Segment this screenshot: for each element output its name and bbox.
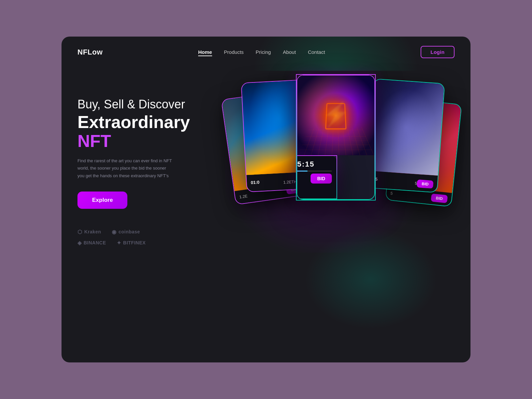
progress-front	[297, 171, 332, 172]
card-front-row: 1.2ETH BID	[297, 174, 332, 184]
logo: NFLow	[77, 48, 103, 57]
progress-fill-front	[297, 171, 308, 172]
nav-item-pricing[interactable]: Pricing	[256, 49, 271, 55]
nav-links: Home Products Pricing About Contact	[198, 49, 325, 55]
front-timer: 01:05:15	[297, 160, 332, 169]
app-window: NFLow Home Products Pricing About Contac…	[62, 37, 470, 362]
kraken-label: Kraken	[84, 229, 101, 234]
nav-item-contact[interactable]: Contact	[308, 49, 325, 55]
bitfinex-icon: ✦	[117, 240, 121, 246]
partner-row-2: ◈ BINANCE ✦ BITFINEX	[77, 240, 217, 246]
bid-button-mid-right[interactable]: BID	[417, 180, 434, 189]
kraken-icon: ⬡	[77, 229, 82, 235]
nav-item-products[interactable]: Products	[224, 49, 244, 55]
nav-link-about[interactable]: About	[283, 49, 296, 55]
card-image-mid-right	[368, 79, 444, 176]
main-content: Buy, Sell & Discover Extraordinary NFT F…	[62, 67, 470, 362]
nft-card-mid-right: :15 5 BID	[366, 78, 445, 193]
card-front-bottom: 01:05:15 1.2ETH BID	[297, 155, 337, 199]
hero-description: Find the rarest of the art you can ever …	[77, 157, 174, 179]
explore-button[interactable]: Explore	[77, 192, 127, 209]
hero-subtitle: Buy, Sell & Discover	[77, 97, 217, 111]
hero-title: Extraordinary NFT	[77, 113, 217, 151]
nft-card-front: 01:05:15 1.2ETH BID	[296, 74, 376, 200]
partner-kraken: ⬡ Kraken	[77, 229, 101, 235]
nav-link-contact[interactable]: Contact	[308, 49, 325, 55]
card-image-front	[297, 75, 374, 155]
hero-section: Buy, Sell & Discover Extraordinary NFT F…	[77, 77, 217, 246]
nav-item-home[interactable]: Home	[198, 49, 212, 55]
price-mid-left: 1.2ETH	[283, 179, 297, 185]
nav-item-about[interactable]: About	[283, 49, 296, 55]
partners-section: ⬡ Kraken ◉ coinbase ◈ BINANCE ✦	[77, 229, 217, 246]
card-front-inner: 01:05:15 1.2ETH BID	[297, 75, 375, 200]
binance-label: BINANCE	[84, 240, 106, 245]
nav-link-products[interactable]: Products	[224, 49, 244, 55]
timer-mid-left: 01:0	[251, 180, 260, 185]
bitfinex-label: BITFINEX	[123, 240, 146, 245]
nav-link-home[interactable]: Home	[198, 49, 212, 56]
card-price-back-right: 5	[390, 191, 393, 196]
partner-binance: ◈ BINANCE	[77, 240, 106, 246]
coinbase-icon: ◉	[112, 229, 117, 235]
hero-title-accent: NFT	[77, 131, 111, 151]
card-price-back-left: 1.2E	[239, 194, 248, 199]
nav-link-pricing[interactable]: Pricing	[256, 49, 271, 55]
login-button[interactable]: Login	[421, 46, 455, 58]
partner-bitfinex: ✦ BITFINEX	[117, 240, 146, 246]
hero-title-main: Extraordinary	[77, 112, 190, 132]
coinbase-label: coinbase	[118, 229, 140, 234]
partner-row-1: ⬡ Kraken ◉ coinbase	[77, 229, 217, 235]
bid-button-front[interactable]: BID	[311, 174, 332, 184]
binance-icon: ◈	[77, 240, 82, 246]
bid-button-back-right[interactable]: BID	[431, 194, 448, 203]
partner-coinbase: ◉ coinbase	[112, 229, 140, 235]
navbar: NFLow Home Products Pricing About Contac…	[62, 37, 470, 67]
